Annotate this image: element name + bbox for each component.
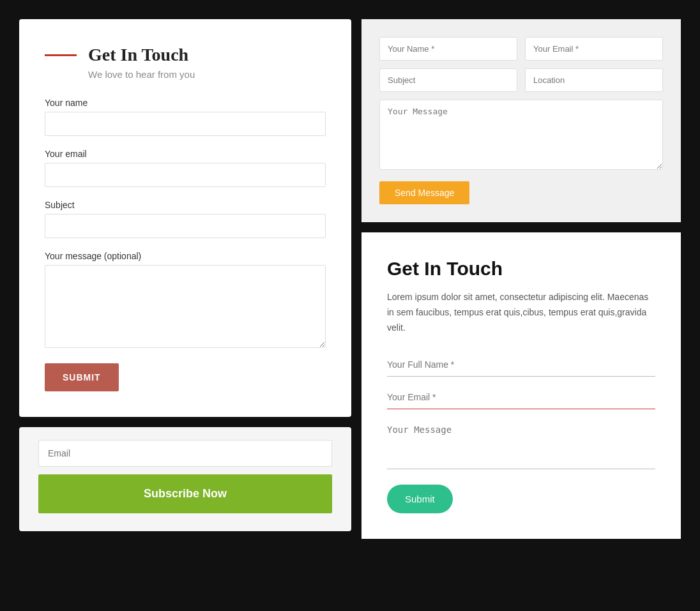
- message-label: Your message (optional): [45, 251, 326, 261]
- subscribe-card: Subscribe Now: [19, 427, 351, 531]
- card1-title: Get In Touch: [88, 45, 188, 65]
- name-input[interactable]: [45, 112, 326, 136]
- card4-email-input[interactable]: [387, 386, 655, 409]
- contact-form-card-1: Get In Touch We love to hear from you Yo…: [19, 19, 351, 417]
- card3-subject-input[interactable]: [379, 68, 517, 92]
- card3-message-textarea[interactable]: [379, 100, 663, 170]
- subscribe-email-input[interactable]: [38, 440, 332, 467]
- message-textarea[interactable]: [45, 265, 326, 348]
- red-line-decoration: [45, 54, 77, 56]
- card4-fullname-input[interactable]: [387, 353, 655, 377]
- card3-name-input[interactable]: [379, 37, 517, 61]
- card4-message-textarea[interactable]: [387, 418, 655, 469]
- contact-form-card-4: Get In Touch Lorem ipsum dolor sit amet,…: [361, 232, 681, 539]
- card1-subtitle: We love to hear from you: [88, 69, 326, 80]
- submit-button[interactable]: SUBMIT: [45, 363, 119, 391]
- contact-form-card-3: Send Message: [361, 19, 681, 222]
- card3-email-input[interactable]: [525, 37, 663, 61]
- card4-submit-button[interactable]: Submit: [387, 485, 453, 513]
- send-message-button[interactable]: Send Message: [379, 181, 469, 204]
- email-label: Your email: [45, 149, 326, 159]
- subscribe-button[interactable]: Subscribe Now: [38, 474, 332, 513]
- card3-location-input[interactable]: [525, 68, 663, 92]
- name-label: Your name: [45, 98, 326, 108]
- email-input[interactable]: [45, 163, 326, 187]
- message-field-group: Your message (optional): [45, 251, 326, 351]
- card4-description: Lorem ipsum dolor sit amet, consectetur …: [387, 290, 655, 335]
- subject-input[interactable]: [45, 214, 326, 238]
- name-field-group: Your name: [45, 98, 326, 136]
- email-field-group: Your email: [45, 149, 326, 187]
- subject-field-group: Subject: [45, 200, 326, 238]
- card4-title: Get In Touch: [387, 258, 655, 280]
- subject-label: Subject: [45, 200, 326, 210]
